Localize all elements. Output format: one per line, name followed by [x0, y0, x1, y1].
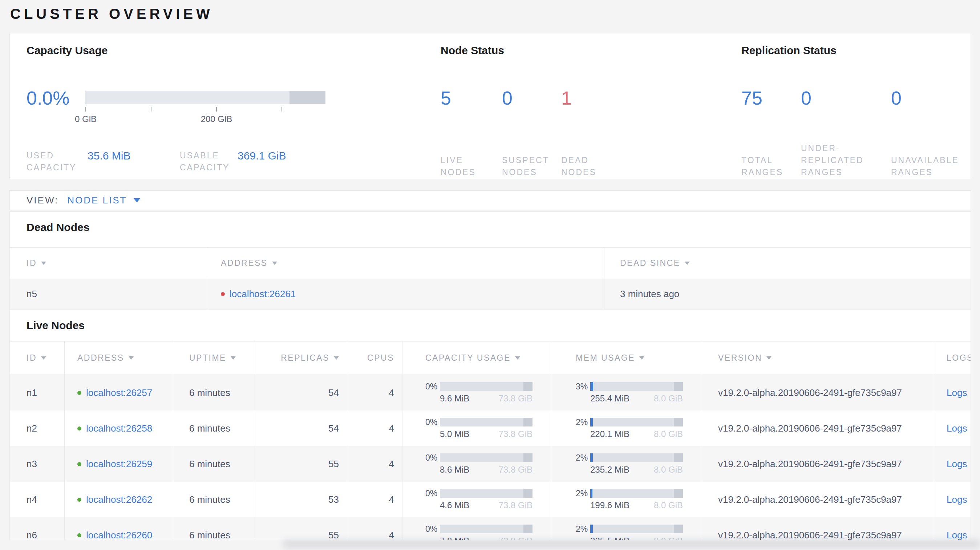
dead-since-value: 3 minutes ago: [604, 279, 971, 309]
mem-percent-label: 2%: [576, 417, 590, 427]
sort-arrow-icon: [639, 356, 644, 360]
live-nodes-count: 5: [441, 87, 451, 109]
capacity-usage-mini-bar: [440, 489, 533, 498]
mem-usage-mini-bar: [590, 382, 683, 391]
table-row: n4 localhost:26262 6 minutes 53 4 0%: [10, 482, 970, 517]
suspect-nodes-label: SUSPECTNODES: [502, 142, 549, 190]
capacity-bar-reserved-segment: [290, 91, 325, 104]
capacity-total-value: 73.8 GiB: [499, 393, 533, 404]
column-header-version[interactable]: VERSION: [702, 342, 933, 375]
under-replicated-count: 0: [801, 87, 811, 109]
column-header-capacity-usage[interactable]: CAPACITY USAGE: [402, 342, 552, 375]
total-ranges-count: 75: [741, 87, 762, 109]
mem-usage-mini-bar: [590, 418, 683, 426]
capacity-percent-label: 0%: [425, 453, 440, 463]
node-address-link[interactable]: localhost:26259: [86, 458, 152, 470]
mem-used-value: 199.6 MiB: [590, 500, 630, 510]
node-address-link[interactable]: localhost:26261: [229, 288, 296, 300]
replicas-value: 55: [255, 517, 347, 540]
unavailable-ranges-label: UNAVAILABLERANGES: [891, 142, 959, 190]
column-header-address[interactable]: ADDRESS: [64, 342, 173, 375]
live-nodes-section-title: Live Nodes: [27, 320, 84, 332]
total-ranges-label: TOTALRANGES: [741, 142, 783, 190]
mem-usage-cell: 3% 255.4 MiB 8.0 GiB: [552, 375, 702, 410]
mem-used-segment: [590, 382, 593, 391]
column-header-id[interactable]: ID: [10, 248, 208, 279]
column-header-uptime[interactable]: UPTIME: [173, 342, 255, 375]
node-address-link[interactable]: localhost:26260: [86, 530, 152, 540]
version-value: v19.2.0-alpha.20190606-2491-gfe735c9a97: [702, 410, 933, 446]
capacity-percent-label: 0%: [425, 489, 440, 498]
sort-arrow-icon: [334, 356, 339, 360]
capacity-usage-cell: 0% 8.6 MiB 73.8 GiB: [402, 446, 552, 482]
live-status-dot-icon: [77, 391, 81, 395]
node-address-link[interactable]: localhost:26258: [86, 423, 152, 434]
sort-arrow-icon: [41, 262, 46, 265]
sort-arrow-icon: [272, 262, 277, 265]
live-status-dot-icon: [77, 462, 81, 466]
column-header-id[interactable]: ID: [10, 342, 64, 375]
axis-tick: [282, 107, 282, 111]
capacity-percent-label: 0%: [425, 524, 440, 534]
logs-link[interactable]: Logs: [947, 494, 967, 505]
suspect-nodes-count: 0: [502, 87, 512, 109]
mem-used-segment: [590, 453, 593, 462]
view-selector-dropdown[interactable]: NODE LIST: [67, 195, 141, 206]
logs-link[interactable]: Logs: [947, 530, 967, 540]
mem-reserved-segment: [674, 382, 683, 391]
dead-nodes-section-title: Dead Nodes: [27, 221, 89, 234]
column-header-replicas[interactable]: REPLICAS: [255, 342, 347, 375]
uptime-value: 6 minutes: [173, 482, 255, 517]
capacity-percent-label: 0%: [425, 382, 440, 392]
mem-usage-cell: 2% 225.5 MiB 8.0 GiB: [552, 517, 702, 540]
logs-link[interactable]: Logs: [947, 423, 967, 434]
uptime-value: 6 minutes: [173, 375, 255, 410]
mem-total-value: 8.0 GiB: [654, 465, 683, 475]
capacity-reserved-segment: [523, 525, 533, 533]
axis-tick-label: 0 GiB: [75, 114, 97, 124]
replication-status-title: Replication Status: [741, 45, 837, 57]
node-address-link[interactable]: localhost:26262: [86, 494, 152, 505]
cpus-value: 4: [347, 446, 402, 482]
column-header-mem-usage[interactable]: MEM USAGE: [552, 342, 702, 375]
mem-usage-cell: 2% 220.1 MiB 8.0 GiB: [552, 410, 702, 446]
mem-used-value: 220.1 MiB: [590, 429, 630, 439]
capacity-reserved-segment: [523, 418, 533, 426]
column-header-logs: LOGS: [933, 342, 971, 375]
logs-link[interactable]: Logs: [947, 458, 967, 470]
axis-tick: [85, 107, 86, 111]
logs-link[interactable]: Logs: [947, 387, 967, 399]
cpus-value: 4: [347, 410, 402, 446]
live-nodes-table: ID ADDRESS UPTIME REPLICAS CPUS CAPACITY…: [10, 341, 970, 540]
mem-percent-label: 2%: [576, 489, 590, 498]
dead-nodes-table: ID ADDRESS DEAD SINCE n5 localhost:26261…: [10, 247, 970, 310]
node-id: n4: [10, 482, 64, 517]
capacity-usage-mini-bar: [440, 453, 533, 462]
live-nodes-table-header: ID ADDRESS UPTIME REPLICAS CPUS CAPACITY…: [10, 341, 970, 375]
used-capacity-label: USEDCAPACITY: [27, 138, 76, 186]
capacity-used-percent: 0.0%: [27, 87, 70, 109]
usable-capacity-label: USABLECAPACITY: [180, 138, 229, 186]
chevron-down-icon: [133, 198, 141, 202]
mem-used-segment: [590, 489, 592, 498]
cpus-value: 4: [347, 517, 402, 540]
table-row: n5 localhost:26261 3 minutes ago: [10, 279, 970, 310]
column-header-dead-since[interactable]: DEAD SINCE: [604, 248, 971, 279]
replicas-value: 54: [255, 410, 347, 446]
column-header-address[interactable]: ADDRESS: [208, 248, 604, 279]
version-value: v19.2.0-alpha.20190606-2491-gfe735c9a97: [702, 517, 933, 540]
dead-nodes-count: 1: [561, 87, 572, 109]
mem-used-segment: [590, 418, 593, 426]
capacity-usage-bar: 0 GiB 200 GiB: [85, 91, 325, 104]
under-replicated-label: UNDER-REPLICATEDRANGES: [801, 130, 864, 190]
mem-used-value: 255.4 MiB: [590, 393, 630, 404]
scroll-shadow: [283, 540, 980, 550]
mem-total-value: 8.0 GiB: [654, 500, 683, 510]
node-address-link[interactable]: localhost:26257: [86, 387, 152, 399]
column-header-cpus: CPUS: [347, 342, 402, 375]
mem-usage-cell: 2% 199.6 MiB 8.0 GiB: [552, 482, 702, 517]
capacity-usage-cell: 0% 9.6 MiB 73.8 GiB: [402, 375, 552, 410]
axis-tick-label: 200 GiB: [201, 114, 232, 124]
capacity-reserved-segment: [523, 453, 533, 462]
capacity-total-value: 73.8 GiB: [499, 465, 533, 475]
